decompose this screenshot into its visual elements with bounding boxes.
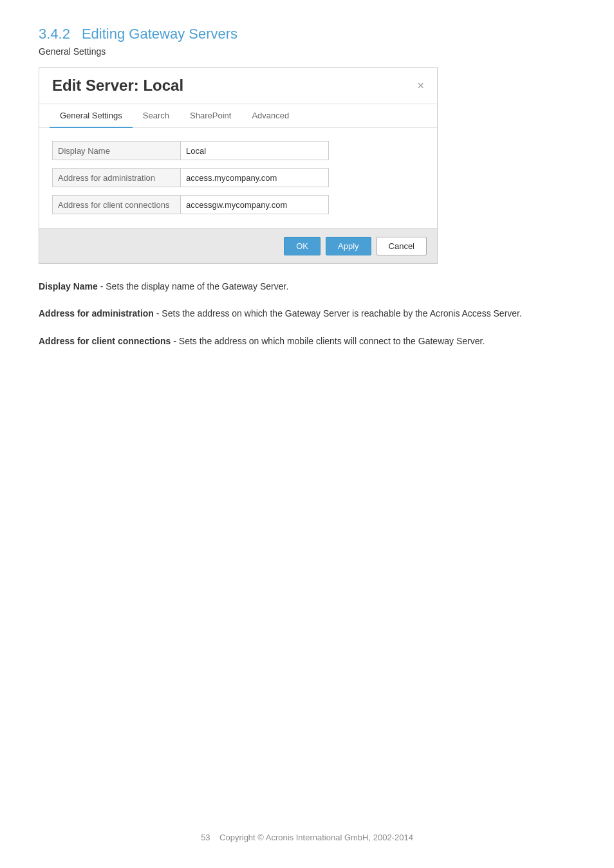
client-address-input[interactable] bbox=[181, 195, 329, 214]
ok-button[interactable]: OK bbox=[284, 237, 321, 255]
field-row-display-name: Display Name bbox=[52, 141, 424, 160]
dialog-title-bar: Edit Server: Local × bbox=[39, 68, 437, 104]
desc-client-address-text: - Sets the address on which mobile clien… bbox=[173, 336, 485, 346]
edit-server-dialog: Edit Server: Local × General Settings Se… bbox=[39, 67, 438, 264]
sub-heading: General Settings bbox=[39, 46, 575, 57]
dialog-footer: OK Apply Cancel bbox=[39, 228, 437, 263]
dialog-tabs: General Settings Search SharePoint Advan… bbox=[39, 104, 437, 128]
client-address-label: Address for client connections bbox=[52, 195, 181, 214]
desc-admin-address: Address for administration - Sets the ad… bbox=[39, 306, 575, 320]
admin-address-input[interactable] bbox=[181, 168, 329, 187]
dialog-body: Display Name Address for administration … bbox=[39, 128, 437, 228]
field-row-client-address: Address for client connections bbox=[52, 195, 424, 214]
section-title: Editing Gateway Servers bbox=[82, 26, 237, 42]
cancel-button[interactable]: Cancel bbox=[377, 237, 427, 255]
desc-display-name-text: - Sets the display name of the Gateway S… bbox=[100, 281, 289, 291]
desc-admin-address-term: Address for administration bbox=[39, 308, 154, 319]
display-name-label: Display Name bbox=[52, 141, 181, 160]
page-number: 53 bbox=[201, 833, 210, 842]
page-footer: 53 Copyright © Acronis International Gmb… bbox=[0, 833, 614, 842]
tab-sharepoint[interactable]: SharePoint bbox=[180, 104, 241, 128]
admin-address-label: Address for administration bbox=[52, 168, 181, 187]
field-row-admin-address: Address for administration bbox=[52, 168, 424, 187]
copyright-text: Copyright © Acronis International GmbH, … bbox=[219, 833, 413, 842]
desc-display-name: Display Name - Sets the display name of … bbox=[39, 279, 575, 293]
desc-client-address: Address for client connections - Sets th… bbox=[39, 334, 575, 348]
tab-general-settings[interactable]: General Settings bbox=[50, 104, 133, 128]
desc-admin-address-text: - Sets the address on which the Gateway … bbox=[156, 308, 522, 319]
dialog-title: Edit Server: Local bbox=[52, 77, 183, 95]
section-number: 3.4.2 bbox=[39, 26, 70, 42]
tab-advanced[interactable]: Advanced bbox=[241, 104, 299, 128]
desc-client-address-term: Address for client connections bbox=[39, 336, 171, 346]
section-heading: 3.4.2Editing Gateway Servers bbox=[39, 26, 575, 42]
desc-display-name-term: Display Name bbox=[39, 281, 98, 291]
display-name-input[interactable] bbox=[181, 141, 329, 160]
tab-search[interactable]: Search bbox=[133, 104, 180, 128]
close-icon[interactable]: × bbox=[417, 80, 424, 91]
apply-button[interactable]: Apply bbox=[326, 237, 371, 255]
